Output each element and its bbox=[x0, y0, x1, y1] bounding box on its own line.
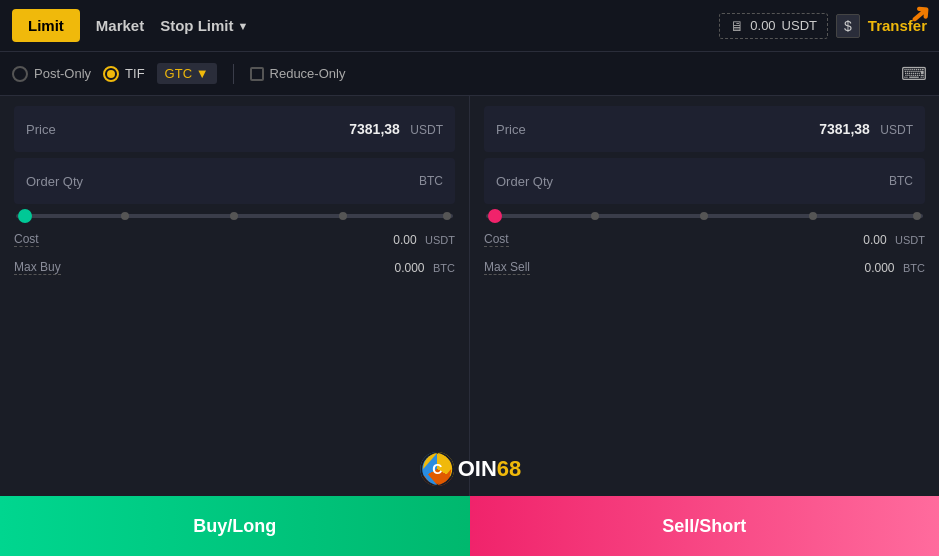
sell-max-value: 0.000 bbox=[865, 261, 895, 275]
trading-wrapper: Price 7381,38 USDT Order Qty BTC bbox=[0, 96, 939, 556]
balance-value: 0.00 bbox=[750, 18, 775, 33]
buy-price-row[interactable]: Price 7381,38 USDT bbox=[14, 106, 455, 152]
coin68-text: OIN68 bbox=[458, 456, 522, 482]
buy-max-row: Max Buy 0.000 BTC bbox=[14, 256, 455, 278]
sell-max-row: Max Sell 0.000 BTC bbox=[484, 256, 925, 278]
tab-stop-limit[interactable]: Stop Limit ▼ bbox=[160, 17, 248, 34]
tif-option[interactable]: TIF bbox=[103, 66, 145, 82]
sell-price-unit: USDT bbox=[880, 123, 913, 137]
gtc-arrow: ▼ bbox=[196, 66, 209, 81]
sell-cost-label: Cost bbox=[484, 232, 509, 247]
buy-slider-dot-4 bbox=[443, 212, 451, 220]
sell-slider-dot-1 bbox=[591, 212, 599, 220]
reduce-only-checkbox[interactable] bbox=[250, 67, 264, 81]
buy-slider-row[interactable] bbox=[14, 210, 455, 222]
stop-limit-label: Stop Limit bbox=[160, 17, 233, 34]
balance-display: 🖥 0.00 USDT bbox=[719, 13, 828, 39]
buy-price-unit: USDT bbox=[410, 123, 443, 137]
transfer-button[interactable]: ➜ Transfer bbox=[868, 17, 927, 34]
sell-cost-unit: USDT bbox=[895, 234, 925, 246]
action-buttons: Buy/Long Sell/Short bbox=[0, 496, 939, 556]
sell-slider-track[interactable] bbox=[486, 214, 923, 218]
tif-radio[interactable] bbox=[103, 66, 119, 82]
buy-cost-label: Cost bbox=[14, 232, 39, 247]
sell-slider-row[interactable] bbox=[484, 210, 925, 222]
svg-text:C: C bbox=[432, 461, 442, 477]
buy-cost-row: Cost 0.00 USDT bbox=[14, 228, 455, 250]
buy-slider-dot-1 bbox=[121, 212, 129, 220]
gtc-select[interactable]: GTC ▼ bbox=[157, 63, 217, 84]
tab-market[interactable]: Market bbox=[80, 9, 160, 42]
sell-max-unit: BTC bbox=[903, 262, 925, 274]
buy-cost-unit: USDT bbox=[425, 234, 455, 246]
tif-label: TIF bbox=[125, 66, 145, 81]
buy-price-label: Price bbox=[26, 122, 56, 137]
sell-cost-row: Cost 0.00 USDT bbox=[484, 228, 925, 250]
buy-slider-thumb[interactable] bbox=[18, 209, 32, 223]
dollar-sign: $ bbox=[844, 18, 852, 34]
buy-max-value: 0.000 bbox=[395, 261, 425, 275]
separator bbox=[233, 64, 234, 84]
sell-price-row[interactable]: Price 7381,38 USDT bbox=[484, 106, 925, 152]
reduce-only-label: Reduce-Only bbox=[270, 66, 346, 81]
coin68-logo: C bbox=[418, 450, 456, 488]
buy-max-label: Max Buy bbox=[14, 260, 61, 275]
buy-max-unit: BTC bbox=[433, 262, 455, 274]
sell-price-value: 7381,38 bbox=[819, 121, 870, 137]
dollar-box[interactable]: $ bbox=[836, 14, 860, 38]
buy-qty-row[interactable]: Order Qty BTC bbox=[14, 158, 455, 204]
gtc-label: GTC bbox=[165, 66, 192, 81]
reduce-only-option[interactable]: Reduce-Only bbox=[250, 66, 346, 81]
tab-limit[interactable]: Limit bbox=[12, 9, 80, 42]
buy-panel: Price 7381,38 USDT Order Qty BTC bbox=[0, 96, 470, 556]
sell-panel: Price 7381,38 USDT Order Qty BTC bbox=[470, 96, 939, 556]
post-only-radio[interactable] bbox=[12, 66, 28, 82]
sell-slider-dot-3 bbox=[809, 212, 817, 220]
68-text: 68 bbox=[497, 456, 521, 481]
buy-cost-value: 0.00 bbox=[393, 233, 416, 247]
tab-bar-right: 🖥 0.00 USDT $ ➜ Transfer bbox=[719, 13, 927, 39]
sell-qty-unit: BTC bbox=[889, 174, 913, 188]
sell-short-button[interactable]: Sell/Short bbox=[470, 496, 940, 556]
post-only-option[interactable]: Post-Only bbox=[12, 66, 91, 82]
buy-slider-track[interactable] bbox=[16, 214, 453, 218]
sell-cost-value: 0.00 bbox=[863, 233, 886, 247]
buy-slider-dot-3 bbox=[339, 212, 347, 220]
sell-price-label: Price bbox=[496, 122, 526, 137]
sell-slider-dot-4 bbox=[913, 212, 921, 220]
buy-price-value: 7381,38 bbox=[349, 121, 400, 137]
buy-slider-dot-2 bbox=[230, 212, 238, 220]
sell-qty-label: Order Qty bbox=[496, 174, 553, 189]
tab-bar: Limit Market Stop Limit ▼ 🖥 0.00 USDT $ … bbox=[0, 0, 939, 52]
stop-limit-arrow: ▼ bbox=[238, 20, 249, 32]
sell-qty-row[interactable]: Order Qty BTC bbox=[484, 158, 925, 204]
calculator-icon[interactable]: ⌨ bbox=[901, 63, 927, 85]
buy-qty-unit: BTC bbox=[419, 174, 443, 188]
sell-max-label: Max Sell bbox=[484, 260, 530, 275]
card-icon: 🖥 bbox=[730, 18, 744, 34]
balance-unit: USDT bbox=[782, 18, 817, 33]
options-row: Post-Only TIF GTC ▼ Reduce-Only ⌨ bbox=[0, 52, 939, 96]
buy-qty-label: Order Qty bbox=[26, 174, 83, 189]
post-only-label: Post-Only bbox=[34, 66, 91, 81]
buy-long-button[interactable]: Buy/Long bbox=[0, 496, 470, 556]
oin-text: OIN bbox=[458, 456, 497, 481]
sell-slider-dot-2 bbox=[700, 212, 708, 220]
sell-slider-thumb[interactable] bbox=[488, 209, 502, 223]
coin68-watermark: C OIN68 bbox=[418, 450, 522, 488]
